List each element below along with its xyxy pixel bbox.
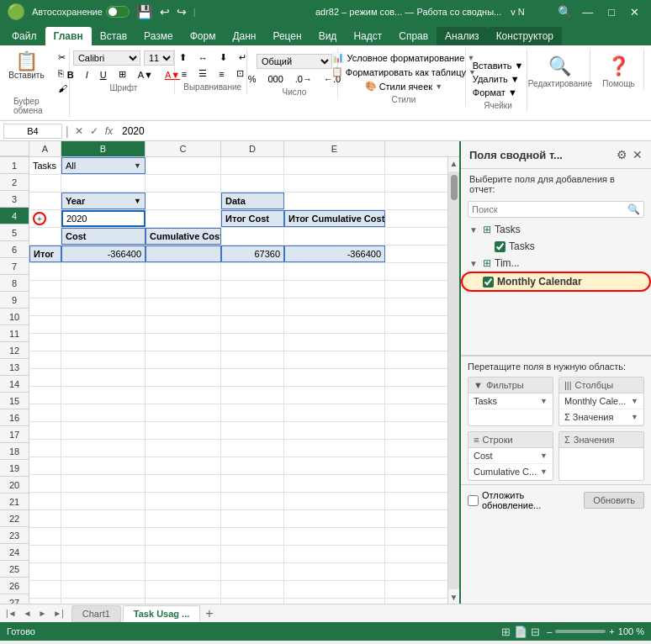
- cell-d5[interactable]: [221, 228, 284, 245]
- tab-file[interactable]: Файл: [3, 27, 45, 45]
- row-header-20[interactable]: 20: [0, 477, 29, 494]
- close-btn[interactable]: ✕: [625, 6, 644, 18]
- cell-c4[interactable]: [146, 210, 221, 227]
- columns-values-item[interactable]: Σ Значения ▼: [559, 409, 643, 425]
- percent-button[interactable]: %: [243, 72, 262, 86]
- tab-review[interactable]: Рецен: [264, 27, 310, 45]
- add-sheet-button[interactable]: +: [202, 606, 216, 621]
- zoom-plus[interactable]: +: [609, 626, 614, 636]
- sheet-nav-next[interactable]: ►: [35, 609, 49, 618]
- cell-a5[interactable]: [29, 228, 61, 245]
- rows-cost-item[interactable]: Cost ▼: [468, 448, 553, 464]
- cell-e2[interactable]: [284, 175, 385, 192]
- update-button[interactable]: Обновить: [584, 492, 644, 509]
- expand-tasks-icon[interactable]: ▼: [469, 225, 479, 235]
- cell-d4[interactable]: Итог Cost: [221, 210, 284, 227]
- row-header-1[interactable]: 1: [0, 157, 29, 174]
- defer-checkbox[interactable]: [468, 495, 479, 506]
- tab-help[interactable]: Справ: [390, 27, 437, 45]
- row-header-2[interactable]: 2: [0, 174, 29, 191]
- font-family-select[interactable]: Calibri: [73, 50, 140, 66]
- sheet-nav-first[interactable]: |◄: [3, 609, 19, 618]
- search-input[interactable]: [472, 204, 627, 214]
- align-right-button[interactable]: ≡: [214, 66, 229, 81]
- cell-c2[interactable]: [146, 175, 221, 192]
- insert-cells-button[interactable]: Вставить ▼: [468, 59, 529, 72]
- scroll-thumb[interactable]: [451, 175, 458, 200]
- cell-d1[interactable]: [221, 157, 284, 174]
- scroll-down-btn[interactable]: ▼: [448, 591, 459, 604]
- col-header-e[interactable]: E: [284, 141, 385, 156]
- bold-button[interactable]: B: [62, 67, 79, 82]
- cut-button[interactable]: ✂: [53, 50, 72, 65]
- cell-b1[interactable]: All ▼: [61, 157, 146, 174]
- cell-b4[interactable]: 2020: [61, 210, 146, 227]
- row-header-14[interactable]: 14: [0, 376, 29, 393]
- vertical-scrollbar[interactable]: ▲ ▼: [447, 157, 459, 604]
- cell-e3[interactable]: [284, 193, 385, 209]
- redo-icon[interactable]: ↪: [177, 5, 187, 18]
- col-header-d[interactable]: D: [221, 141, 284, 156]
- tab-addins[interactable]: Надст: [345, 27, 390, 45]
- cell-a2[interactable]: [29, 175, 61, 192]
- row-header-21[interactable]: 21: [0, 494, 29, 510]
- sheet-nav-prev[interactable]: ◄: [21, 609, 34, 618]
- fill-color-button[interactable]: A▼: [133, 67, 158, 82]
- panel-close-icon[interactable]: ✕: [632, 148, 643, 161]
- align-middle-button[interactable]: ↔: [193, 50, 213, 65]
- cell-c3[interactable]: [146, 193, 221, 209]
- autosave-toggle[interactable]: [106, 6, 130, 18]
- cell-b2[interactable]: [61, 175, 146, 192]
- row-header-19[interactable]: 19: [0, 460, 29, 477]
- cell-styles-button[interactable]: 🎨 Стили ячеек ▼: [360, 79, 447, 93]
- field-tasks-item[interactable]: Tasks: [461, 238, 651, 255]
- zoom-slider[interactable]: [555, 630, 606, 633]
- field-tasks-table[interactable]: ▼ ⊞ Tasks: [461, 221, 651, 238]
- formula-input[interactable]: [119, 125, 648, 137]
- sheet-nav-last[interactable]: ►|: [50, 609, 66, 618]
- row-header-7[interactable]: 7: [0, 258, 29, 275]
- tasks-checkbox[interactable]: [495, 241, 505, 252]
- row-header-16[interactable]: 16: [0, 409, 29, 426]
- normal-view-btn[interactable]: ⊞: [501, 626, 511, 638]
- columns-values-arrow[interactable]: ▼: [631, 413, 638, 421]
- format-cells-button[interactable]: Формат ▼: [468, 86, 529, 99]
- cancel-formula-icon[interactable]: ✕: [72, 125, 86, 137]
- cell-a4[interactable]: +: [29, 210, 61, 227]
- row-header-3[interactable]: 3: [0, 191, 29, 208]
- row-header-4[interactable]: 4: [0, 208, 29, 224]
- row-header-12[interactable]: 12: [0, 342, 29, 359]
- help-button[interactable]: ❓: [602, 55, 636, 77]
- tab-constructor[interactable]: Конструктор: [488, 27, 562, 45]
- cell-e5[interactable]: [284, 228, 385, 245]
- minimize-btn[interactable]: —: [577, 6, 598, 18]
- align-center-button[interactable]: ☰: [193, 66, 212, 81]
- row-header-17[interactable]: 17: [0, 426, 29, 443]
- row-header-9[interactable]: 9: [0, 292, 29, 309]
- cell-d7[interactable]: [221, 263, 284, 280]
- delete-cells-button[interactable]: Удалить ▼: [468, 72, 529, 86]
- tab-home[interactable]: Главн: [45, 27, 92, 45]
- search-ribbon-button[interactable]: 🔍: [543, 55, 577, 77]
- page-break-btn[interactable]: ⊟: [531, 626, 540, 638]
- align-bottom-button[interactable]: ⬇: [214, 50, 232, 65]
- thousand-button[interactable]: 000: [262, 72, 288, 86]
- tab-data[interactable]: Данн: [224, 27, 264, 45]
- row-header-15[interactable]: 15: [0, 393, 29, 409]
- number-format-select[interactable]: Общий: [257, 54, 332, 69]
- filters-tasks-item[interactable]: Tasks ▼: [468, 393, 553, 409]
- insert-function-icon[interactable]: fx: [103, 125, 115, 137]
- border-button[interactable]: ⊞: [114, 67, 131, 82]
- cell-c1[interactable]: [146, 157, 221, 174]
- row-header-22[interactable]: 22: [0, 510, 29, 527]
- row-header-25[interactable]: 25: [0, 561, 29, 578]
- underline-button[interactable]: U: [95, 67, 112, 82]
- row-header-18[interactable]: 18: [0, 443, 29, 460]
- cell-e1[interactable]: [284, 157, 385, 174]
- cell-b7[interactable]: [61, 263, 146, 280]
- expand-button[interactable]: +: [33, 212, 46, 225]
- tab-page-layout[interactable]: Разме: [135, 27, 182, 45]
- cell-reference[interactable]: B4: [3, 124, 62, 139]
- cell-a6[interactable]: Итог: [29, 245, 61, 262]
- panel-settings-icon[interactable]: ⚙: [617, 148, 627, 161]
